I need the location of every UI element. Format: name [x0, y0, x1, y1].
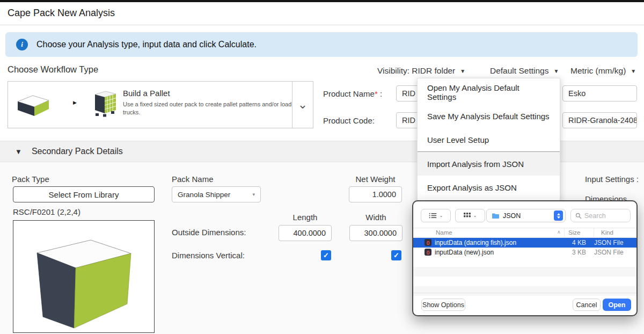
- select-from-library-button[interactable]: Select From Library: [13, 186, 155, 202]
- product-name-label: Product Name* :: [323, 89, 382, 98]
- default-settings-menu[interactable]: Default Settings ▼: [490, 66, 559, 76]
- file-list-header[interactable]: Name ∧ Size Kind: [413, 228, 636, 238]
- cape-pack-page: Cape Pack New Analysis i Choose your Ana…: [0, 0, 644, 334]
- dropdown-triangle-icon: ▼: [553, 68, 559, 74]
- stepper-icon[interactable]: [554, 210, 563, 221]
- chevron-down-icon: ⌄: [473, 213, 477, 218]
- header-divider: [0, 25, 644, 25]
- grid-view-button[interactable]: ⌄: [455, 209, 485, 222]
- file-name: inputData (new).json: [435, 249, 494, 256]
- pack-name-value: Granola Shipper: [178, 191, 230, 199]
- sort-ascending-icon: ∧: [557, 229, 561, 235]
- menu-item-import-json[interactable]: Import Analysis from JSON: [418, 152, 560, 176]
- product-code-label: Product Code:: [323, 116, 375, 125]
- default-settings-menu-label: Default Settings: [490, 66, 548, 76]
- workflow-desc: Use a fixed sized outer pack to create p…: [123, 100, 292, 117]
- folder-location-select[interactable]: JSON: [486, 209, 566, 222]
- file-name: inputData (dancing fish).json: [435, 239, 516, 246]
- net-weight-label: Net Weight: [349, 175, 402, 184]
- column-kind[interactable]: Kind: [601, 229, 613, 236]
- folder-icon: [492, 213, 500, 219]
- pack-3d-box-image: [13, 221, 153, 332]
- pallet-icon: [93, 90, 118, 121]
- dropdown-triangle-icon: ▼: [631, 68, 636, 74]
- file-open-dialog: ⌄ ⌄ JSON Search: [412, 200, 638, 316]
- pack-name-label: Pack Name: [172, 175, 214, 184]
- metric-menu[interactable]: Metric (mm/kg) ▼: [570, 66, 636, 76]
- file-size: 3 KB: [564, 249, 586, 256]
- default-settings-dropdown: Open My Analysis Default Settings Save M…: [417, 78, 560, 202]
- pack-3d-preview: [13, 220, 155, 333]
- pack-name-select[interactable]: Granola Shipper ▾: [172, 186, 261, 202]
- info-icon: i: [16, 39, 28, 50]
- chevron-down-icon: ⌄: [298, 98, 308, 112]
- page-title: Cape Pack New Analysis: [8, 8, 115, 19]
- empty-row-stripe: [413, 267, 636, 277]
- length-input[interactable]: 400.0000: [279, 225, 332, 241]
- workflow-type-selector[interactable]: ▶ Build a Pallet Use a fixed sized outer…: [8, 81, 313, 128]
- product-name-input-2[interactable]: Esko: [562, 85, 637, 101]
- length-column-header: Length: [279, 213, 332, 222]
- dimensions-vertical-checkbox-length[interactable]: ✓: [321, 250, 331, 260]
- menu-item-open-defaults[interactable]: Open My Analysis Default Settings: [418, 81, 560, 104]
- search-icon: [575, 213, 582, 219]
- select-arrow-icon: ▾: [252, 192, 255, 197]
- metric-menu-label: Metric (mm/kg): [570, 66, 626, 76]
- workflow-heading: Choose Workflow Type: [8, 64, 98, 75]
- visibility-menu-label: Visibility: RIDR folder: [377, 66, 455, 76]
- file-kind: JSON File: [594, 239, 624, 246]
- collapse-triangle-icon[interactable]: ▼: [15, 148, 22, 156]
- list-view-icon: [429, 213, 437, 219]
- file-row-selected[interactable]: {} inputData (dancing fish).json 4 KB JS…: [413, 238, 636, 248]
- json-file-icon: {}: [425, 239, 431, 246]
- json-file-icon: {}: [425, 249, 431, 256]
- search-placeholder: Search: [584, 212, 606, 220]
- workflow-expand-button[interactable]: ⌄: [292, 82, 313, 128]
- outside-dimensions-label: Outside Dimensions:: [172, 228, 246, 237]
- column-size[interactable]: Size: [568, 229, 580, 236]
- secondary-pack-title: Secondary Pack Details: [32, 147, 123, 156]
- workflow-arrow-icon: ▶: [73, 100, 77, 105]
- file-kind: JSON File: [594, 249, 624, 256]
- list-view-button[interactable]: ⌄: [421, 209, 451, 222]
- width-input[interactable]: 300.0000: [349, 225, 402, 241]
- check-icon: ✓: [393, 251, 399, 259]
- chevron-down-icon: ⌄: [440, 213, 443, 218]
- net-weight-input[interactable]: 1.0000: [349, 186, 402, 202]
- input-settings-label: Input Settings :: [576, 175, 639, 184]
- search-input[interactable]: Search: [570, 209, 631, 222]
- workflow-description-block: Build a Pallet Use a fixed sized outer p…: [123, 89, 292, 117]
- window-top-bar: [0, 0, 644, 2]
- menu-item-export-json[interactable]: Export Analysis as JSON: [418, 176, 560, 199]
- cancel-button[interactable]: Cancel: [573, 299, 601, 311]
- menu-item-user-level-setup[interactable]: User Level Setup: [418, 128, 560, 151]
- visibility-menu[interactable]: Visibility: RIDR folder ▼: [377, 66, 465, 76]
- file-size: 4 KB: [564, 239, 586, 246]
- pack-style-label: RSC/F0201 (2,2,4): [13, 207, 80, 216]
- width-column-header: Width: [349, 213, 402, 222]
- grid-view-icon: [464, 213, 471, 219]
- check-icon: ✓: [323, 251, 329, 259]
- workflow-name: Build a Pallet: [123, 89, 292, 98]
- dimensions-vertical-label: Dimensions Vertical:: [172, 251, 245, 260]
- open-button[interactable]: Open: [603, 299, 631, 311]
- info-banner-text: Choose your Analysis type, input data an…: [36, 40, 257, 49]
- box-icon: [17, 93, 50, 119]
- info-banner: i Choose your Analysis type, input data …: [5, 32, 638, 57]
- show-options-button[interactable]: Show Options: [421, 299, 465, 311]
- empty-row-stripe: [413, 286, 636, 296]
- pack-type-label: Pack Type: [12, 175, 49, 184]
- dialog-footer-divider: [413, 293, 636, 293]
- folder-name: JSON: [503, 212, 521, 220]
- file-row[interactable]: {} inputData (new).json 3 KB JSON File: [413, 248, 636, 257]
- product-code-input-2[interactable]: RIDR-Granola-2408: [562, 112, 637, 128]
- dimensions-vertical-checkbox-width[interactable]: ✓: [391, 250, 401, 260]
- menu-item-save-defaults[interactable]: Save My Analysis Default Settings: [418, 104, 560, 128]
- column-name[interactable]: Name: [436, 229, 452, 236]
- dropdown-triangle-icon: ▼: [460, 68, 465, 74]
